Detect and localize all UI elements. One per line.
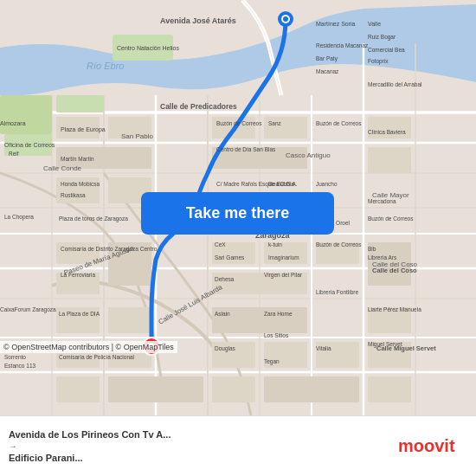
svg-text:Bib: Bib [368,246,376,252]
map-attribution: © OpenStreetMap contributors | © OpenMap… [0,341,177,353]
svg-text:Río Ebro: Río Ebro [87,61,124,71]
svg-text:Clínica Baviera: Clínica Baviera [368,129,406,135]
svg-text:CeX: CeX [215,241,226,248]
svg-text:Liarte Pérez Manuela: Liarte Pérez Manuela [368,306,421,312]
svg-rect-53 [0,95,52,134]
moovit-logo: moovit [398,433,467,459]
svg-text:San Pablo: San Pablo [121,132,153,140]
svg-text:moovit: moovit [398,436,455,455]
svg-text:Reif: Reif [9,151,19,157]
svg-text:Calle Miguel Servet: Calle Miguel Servet [376,344,436,352]
svg-rect-50 [264,376,359,402]
svg-text:Estanco 113: Estanco 113 [4,363,36,369]
svg-text:Calle del Coso: Calle del Coso [372,267,417,274]
svg-text:CaixaForum Zaragoza: CaixaForum Zaragoza [0,306,56,313]
svg-text:Buzón de Correos: Buzón de Correos [316,241,362,248]
svg-text:Residencia Macanaz: Residencia Macanaz [316,42,369,48]
svg-text:Macanaz: Macanaz [316,68,339,74]
svg-text:Mercadona: Mercadona [368,198,396,204]
svg-text:Mercadillo del Arrabal: Mercadillo del Arrabal [368,81,422,87]
svg-text:Be Bubble: Be Bubble [268,181,294,187]
svg-text:La Plaza de DIA: La Plaza de DIA [59,311,100,317]
svg-text:Valle: Valle [368,21,381,27]
svg-text:Centro Natación Helios: Centro Natación Helios [117,45,179,51]
svg-text:Buzón de Correos: Buzón de Correos [216,120,262,126]
svg-text:Zara Home: Zara Home [264,311,293,317]
svg-text:Fotoprix: Fotoprix [368,58,389,65]
svg-text:Buzón de Correos: Buzón de Correos [316,120,362,126]
svg-point-127 [283,16,288,22]
svg-text:Douglas: Douglas [215,345,236,352]
bottom-bar: Avenida de Los Pirineos Con Tv A... → Ed… [0,415,476,476]
take-me-there-button[interactable]: Take me there [141,192,334,235]
svg-text:Buzón de Correos: Buzón de Correos [368,215,414,222]
svg-text:Oficina de Correos: Oficina de Correos [4,142,55,148]
svg-text:Comisaría de Policía Nacional: Comisaría de Policía Nacional [59,354,135,360]
svg-text:Comercial Bea: Comercial Bea [368,47,405,53]
svg-text:Sanz: Sanz [268,120,282,126]
svg-rect-52 [56,95,104,113]
svg-rect-47 [56,376,100,402]
svg-text:Sorrento: Sorrento [4,354,26,360]
svg-text:Librería Ars: Librería Ars [368,254,397,261]
svg-text:Los Sitios: Los Sitios [264,332,289,338]
svg-text:Calle de Predicadores: Calle de Predicadores [160,102,237,111]
svg-text:Comisaría de Distrito Zaragoza: Comisaría de Distrito Zaragoza Centro [61,246,158,253]
svg-text:k-tuin: k-tuin [268,241,282,248]
svg-text:Almozara: Almozara [0,120,26,126]
svg-rect-49 [212,376,255,402]
svg-text:La Chopera: La Chopera [4,214,34,221]
svg-text:Bar Paty: Bar Paty [316,55,338,62]
map-container: Río Ebro [0,0,476,415]
svg-text:Plaza de Europa: Plaza de Europa [61,126,106,133]
svg-text:Vitalia: Vitalia [316,345,331,351]
svg-text:Martínez Soria: Martínez Soria [316,21,356,27]
svg-text:Plaza de toros de Zaragoza: Plaza de toros de Zaragoza [59,215,128,222]
svg-text:Ruiz Bogar: Ruiz Bogar [368,34,396,41]
svg-text:Imaginarium: Imaginarium [268,254,299,261]
svg-text:Tegan: Tegan [264,358,280,365]
svg-text:Juancho: Juancho [316,181,338,187]
svg-text:Virgen del Pilar: Virgen del Pilar [264,272,303,279]
svg-text:Aslain: Aslain [215,311,230,317]
svg-text:Librería Fontlibre: Librería Fontlibre [316,289,359,295]
svg-text:Casco Antiguo: Casco Antiguo [286,151,331,159]
svg-rect-48 [108,376,203,402]
svg-text:Rustikasa: Rustikasa [61,192,86,198]
svg-rect-28 [368,147,411,173]
svg-text:Calle Conde: Calle Conde [43,164,82,172]
svg-text:Dehesa: Dehesa [215,276,235,282]
svg-text:Avenida José Atarés: Avenida José Atarés [160,16,236,25]
svg-rect-51 [368,376,411,402]
svg-text:Sari Games: Sari Games [215,254,245,261]
svg-text:Martín Martín: Martín Martín [61,156,94,162]
svg-text:La Ferroviaria: La Ferroviaria [61,272,95,278]
svg-rect-27 [368,117,411,138]
svg-rect-38 [108,307,151,333]
svg-text:Centro de Día San Blas: Centro de Día San Blas [216,146,276,152]
svg-text:Honda Mobicsa: Honda Mobicsa [61,181,100,187]
